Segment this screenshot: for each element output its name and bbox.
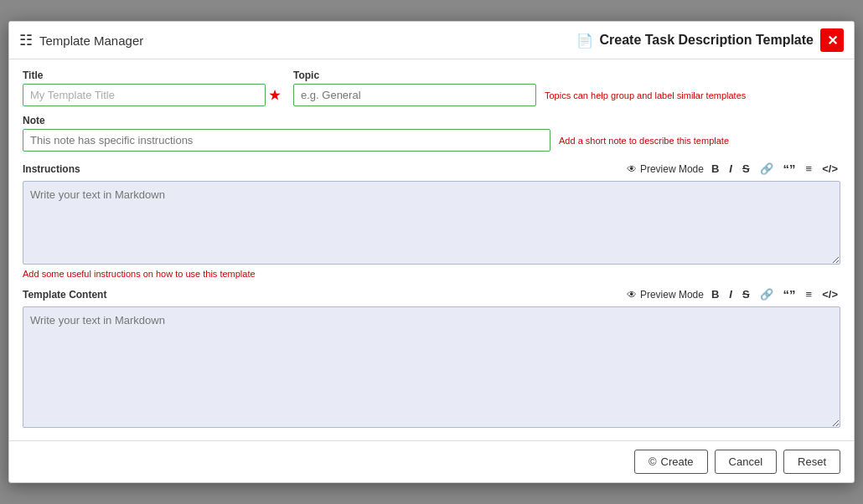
strikethrough-btn-instructions[interactable]: S — [740, 161, 752, 177]
content-toolbar: 👁 Preview Mode B I S 🔗 “” ≡ </> — [627, 285, 840, 303]
preview-mode-content: 👁 Preview Mode — [627, 289, 704, 301]
close-button[interactable]: ✕ — [820, 28, 844, 52]
create-task-icon: 📄 — [576, 33, 593, 49]
template-content-label: Template Content — [23, 289, 106, 301]
instructions-section: Instructions 👁 Preview Mode B I S 🔗 “” ≡… — [23, 160, 840, 279]
topic-field-row: Topics can help group and label similar … — [293, 84, 746, 106]
bold-btn-instructions[interactable]: B — [709, 161, 721, 177]
note-field-row: Add a short note to describe this templa… — [23, 129, 840, 152]
instructions-hint: Add some useful instructions on how to u… — [23, 269, 840, 279]
dialog-title: Create Task Description Template — [600, 33, 814, 48]
preview-mode-label-instructions: Preview Mode — [640, 163, 704, 175]
dialog-footer: © Create Cancel Reset — [9, 440, 854, 482]
topic-field-group: Topic Topics can help group and label si… — [293, 69, 746, 106]
code-btn-content[interactable]: </> — [819, 286, 840, 302]
note-hint: Add a short note to describe this templa… — [559, 136, 729, 146]
instructions-label: Instructions — [23, 163, 80, 175]
header-right: 📄 Create Task Description Template ✕ — [576, 28, 845, 52]
preview-mode-instructions: 👁 Preview Mode — [627, 163, 704, 175]
italic-btn-instructions[interactable]: I — [726, 161, 735, 177]
preview-mode-label-content: Preview Mode — [640, 289, 704, 301]
title-topic-row: Title ★ Topic Topics can help group and … — [23, 69, 840, 106]
create-button[interactable]: © Create — [634, 450, 708, 474]
strikethrough-btn-content[interactable]: S — [740, 286, 752, 302]
link-btn-content[interactable]: 🔗 — [757, 286, 776, 302]
instructions-textarea[interactable] — [23, 181, 840, 265]
reset-button[interactable]: Reset — [783, 450, 840, 474]
link-btn-instructions[interactable]: 🔗 — [757, 161, 776, 177]
list-btn-content[interactable]: ≡ — [804, 286, 815, 302]
instructions-toolbar: 👁 Preview Mode B I S 🔗 “” ≡ </> — [627, 160, 840, 177]
cancel-button[interactable]: Cancel — [715, 450, 777, 474]
dialog-header: ☷ Template Manager 📄 Create Task Descrip… — [9, 22, 854, 59]
content-textarea[interactable] — [23, 306, 840, 428]
template-content-section: Template Content 👁 Preview Mode B I S 🔗 … — [23, 285, 840, 430]
dialog-body: Title ★ Topic Topics can help group and … — [9, 59, 854, 440]
quote-btn-instructions[interactable]: “” — [781, 160, 798, 177]
code-btn-instructions[interactable]: </> — [819, 161, 840, 177]
create-btn-icon: © — [649, 455, 657, 468]
app-title: Template Manager — [39, 33, 143, 48]
note-input[interactable] — [23, 129, 550, 152]
instructions-header: Instructions 👁 Preview Mode B I S 🔗 “” ≡… — [23, 160, 840, 177]
template-manager-icon: ☷ — [19, 31, 33, 49]
create-btn-label: Create — [661, 455, 694, 468]
note-label: Note — [23, 115, 840, 126]
title-input[interactable] — [23, 84, 266, 106]
list-btn-instructions[interactable]: ≡ — [804, 161, 815, 177]
italic-btn-content[interactable]: I — [726, 286, 735, 302]
topic-hint: Topics can help group and label similar … — [545, 90, 746, 100]
topic-label: Topic — [293, 69, 746, 81]
eye-icon-content: 👁 — [627, 289, 637, 301]
create-template-dialog: ☷ Template Manager 📄 Create Task Descrip… — [8, 21, 855, 483]
required-star: ★ — [269, 88, 280, 103]
topic-input[interactable] — [293, 84, 536, 106]
quote-btn-content[interactable]: “” — [781, 285, 798, 303]
title-field-row: ★ — [23, 84, 280, 106]
eye-icon-instructions: 👁 — [627, 163, 637, 175]
title-label: Title — [23, 69, 280, 81]
note-field-group: Note Add a short note to describe this t… — [23, 115, 840, 152]
template-content-header: Template Content 👁 Preview Mode B I S 🔗 … — [23, 285, 840, 303]
app-title-area: ☷ Template Manager — [19, 31, 143, 49]
bold-btn-content[interactable]: B — [709, 286, 721, 302]
title-field-group: Title ★ — [23, 69, 280, 106]
